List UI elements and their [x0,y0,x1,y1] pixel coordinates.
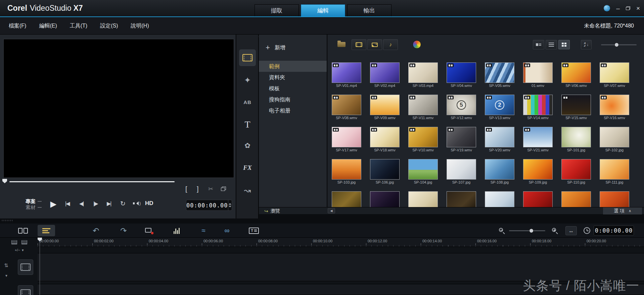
media-thumbnail[interactable]: SP-V17.wmv [332,127,361,152]
motion-tracking-button[interactable]: ∞ [222,226,232,235]
media-thumbnail[interactable]: SP-108.jpg [485,159,514,184]
minimize-button[interactable]: – [616,5,620,11]
tool-title[interactable]: T [239,116,256,133]
mark-out-button[interactable]: ] [197,185,199,193]
preview-timecode[interactable]: 00:00:00.00 [186,200,232,211]
timecode-spinner[interactable] [228,200,232,210]
hd-toggle-button[interactable]: HD [145,200,153,207]
tool-motion-path[interactable]: ↝ [239,182,256,199]
mode-clip[interactable]: 素材 [26,204,42,210]
add-remove-track-button[interactable]: +/−▾ [15,248,24,252]
media-thumbnail[interactable] [561,191,591,207]
show-all-tracks-icon[interactable] [11,240,17,244]
timeline-view-button[interactable] [38,225,55,236]
step-tab[interactable]: 編輯 [301,4,345,16]
zoom-in-button[interactable] [551,227,559,235]
thumbnail-size-slider[interactable] [601,40,637,49]
scrubber-marker[interactable] [2,179,7,183]
next-frame-button[interactable]: |▶ [93,200,97,207]
tool-transition[interactable]: AB [239,94,256,110]
subtitle-editor-button[interactable]: T [248,226,259,235]
menu-item[interactable]: 工具(T) [70,17,87,35]
scroll-left-button[interactable]: ◀ [328,208,335,213]
media-thumbnail[interactable]: SP-V04.wmv [447,62,476,88]
scrubber-track[interactable] [9,181,175,182]
globe-icon[interactable] [604,5,610,11]
enlarge-preview-button[interactable] [221,185,226,191]
menu-item[interactable]: 設定(S) [100,17,118,35]
restore-button[interactable] [626,6,630,10]
media-thumbnail[interactable]: SP-V09.wmv [370,95,400,120]
media-thumbnail[interactable] [408,191,438,207]
media-thumbnail[interactable]: SP-V03.mp4 [408,62,438,88]
media-thumbnail[interactable]: SP-109.jpg [523,159,553,184]
media-thumbnail[interactable]: SP-V06.wmv [561,62,591,88]
folder-icon[interactable] [337,42,346,47]
media-thumbnail[interactable]: SP-V18.wmv [370,127,400,152]
previous-frame-button[interactable]: ◀| [79,200,83,207]
library-folder-item[interactable]: 範例 [259,61,327,72]
library-folder-item[interactable]: 資料夾 [259,72,327,83]
tool-media-library[interactable] [239,49,256,66]
media-thumbnail[interactable]: SP-106.jpg [370,159,400,184]
close-button[interactable]: × [636,5,640,11]
media-thumbnail[interactable]: SP-110.jpg [561,159,591,184]
volume-button[interactable]: ) [133,201,141,206]
media-thumbnail[interactable]: SP-V01.mp4 [332,62,361,88]
library-folder-item[interactable]: 搜狗指南 [259,94,327,105]
media-thumbnail[interactable] [370,191,400,207]
media-thumbnail[interactable]: SP-V20.wmv [485,127,514,152]
library-folder-item[interactable]: 电子相册 [259,105,327,116]
media-thumbnail[interactable]: SP-V14.wmv [523,95,553,120]
media-thumbnail[interactable]: SP-101.jpg [561,127,591,152]
view-list-button[interactable] [546,40,557,49]
redo-button[interactable]: ↷ [118,226,129,235]
view-thumbnail-button[interactable] [558,40,570,49]
fit-project-button[interactable]: ↔ [565,226,577,235]
record-capture-button[interactable] [144,226,154,235]
step-tab[interactable]: 輸出 [347,4,392,16]
timeline-ruler[interactable]: 00:00:00.00 00:00:02.00 00:00:04.00 00:0… [38,238,644,247]
undo-button[interactable]: ↶ [91,226,101,235]
menu-item[interactable]: 檔案(F) [9,17,26,35]
browse-button[interactable]: 瀏覽 [264,207,280,214]
video-track-header[interactable] [13,253,38,281]
duration-clock-button[interactable] [584,227,590,234]
options-toggle[interactable]: 選 項 ∧ [603,207,642,214]
tool-instant-project[interactable]: ✦ [239,72,256,89]
swap-tracks-icon[interactable]: ⇅ [4,262,8,268]
media-thumbnail[interactable]: SP-V16.wmv [600,95,629,120]
sound-mixer-button[interactable] [171,226,182,235]
auto-music-button[interactable]: ≈ [198,226,209,235]
slider-knob[interactable] [614,43,619,47]
filter-photo-button[interactable] [367,39,382,50]
media-thumbnail[interactable]: SP-107.jpg [447,159,476,184]
media-thumbnail[interactable]: SP-103.jpg [332,159,361,184]
overlay-track-header[interactable] [13,284,38,295]
go-to-end-button[interactable]: ▶| [107,200,111,207]
media-thumbnail[interactable]: SP-V08.wmv [332,95,361,120]
step-tab[interactable]: 擷取 [255,4,299,16]
media-thumbnail[interactable]: SP-111.jpg [600,159,629,184]
tool-graphic[interactable]: ✿ [239,137,256,154]
media-thumbnail[interactable]: SP-V02.mp4 [370,62,400,88]
library-folder-item[interactable]: 模板 [259,83,327,94]
view-detail-button[interactable] [533,40,544,49]
menu-item[interactable]: 說明(H) [131,17,149,35]
media-thumbnail[interactable]: SP-V07.wmv [600,62,629,88]
zoom-out-button[interactable] [498,227,506,235]
media-thumbnail[interactable]: SP-V11.wmv [408,95,438,120]
track-collapse-icon[interactable]: ▼ [5,274,8,278]
media-thumbnail[interactable]: SP-V19.wmv [447,127,476,152]
filter-audio-button[interactable]: ♪ [383,39,398,50]
media-thumbnail[interactable]: 2 SP-V13.wmv [485,95,514,120]
media-thumbnail[interactable] [600,191,629,207]
media-thumbnail[interactable]: SP-V21.wmv [523,127,553,152]
media-thumbnail[interactable]: 01.wmv [523,62,553,88]
play-button[interactable]: ▶ [46,197,60,211]
media-thumbnail[interactable]: SP-V05.wmv [485,62,514,88]
split-clip-button[interactable]: ✂ [208,185,213,193]
slider-knob[interactable] [529,229,534,233]
media-thumbnail[interactable] [523,191,553,207]
media-thumbnail[interactable]: 5 SP-V12.wmv [447,95,476,120]
